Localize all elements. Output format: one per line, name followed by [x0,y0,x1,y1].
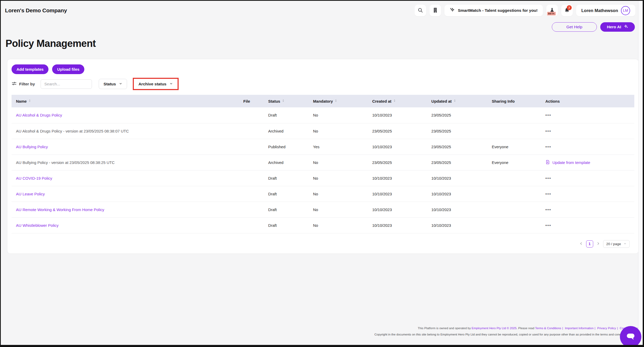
sparkle-icon [450,7,455,14]
scrollbar[interactable] [638,1,643,345]
status-cell: Draft [264,186,309,202]
hero-ai-button[interactable]: Hero AI [600,22,635,32]
column-header-created-at[interactable]: Created at [368,95,427,107]
policy-name-link[interactable]: AU COVID-19 Policy [16,176,52,180]
updated-at-cell: 23/05/2025 [427,155,487,170]
labs-button[interactable]: BETA [546,5,558,16]
important-info-link[interactable]: Important Information [565,327,593,330]
column-header-name[interactable]: Name [12,95,239,107]
organisation-button[interactable] [430,5,441,16]
policy-name-link[interactable]: AU Leave Policy [16,192,45,196]
add-templates-button[interactable]: Add templates [12,64,48,74]
company-link[interactable]: Employment Hero Pty Ltd © 2025 [472,327,516,330]
pagination: 1 20 / page [12,240,634,248]
avatar: LM [621,6,630,15]
chat-launcher-button[interactable] [620,326,641,347]
table-row: AU Remote Working & Working From Home Po… [12,202,634,217]
sharing-info-cell [487,123,541,139]
document-upload-icon [545,160,550,165]
file-cell [239,217,264,233]
table-row: AU Bullying Policy - version at 23/05/20… [12,155,634,170]
user-menu-button[interactable]: Loren Mathewson LM [576,5,635,16]
row-actions-menu-button[interactable]: ••• [545,145,551,149]
table-row: AU Bullying Policy Published Yes 10/10/2… [12,139,634,155]
file-cell [239,107,264,123]
row-actions-menu-button[interactable]: ••• [545,207,551,212]
column-header-file: File [239,95,264,107]
mandatory-cell: No [309,217,368,233]
policy-name-link[interactable]: AU Bullying Policy [16,145,48,149]
get-help-button[interactable]: Get Help [552,22,597,32]
policy-name-link[interactable]: AU Alcohol & Drugs Policy [16,113,62,117]
file-cell [239,139,264,155]
privacy-policy-link[interactable]: Privacy Policy [597,327,616,330]
table-row: AU Whistleblower Policy Draft No 10/10/2… [12,217,634,233]
column-header-mandatory[interactable]: Mandatory [309,95,368,107]
search-icon [417,7,423,14]
building-icon [432,7,438,14]
policy-name-link[interactable]: AU Remote Working & Working From Home Po… [16,207,104,212]
topbar-actions: SmartMatch - Talent suggestions for you!… [415,5,635,16]
chat-bubble-icon [625,331,636,343]
terms-link[interactable]: Terms & Conditions [535,327,561,330]
notifications-button[interactable]: 7 [561,5,573,16]
updated-at-cell: 10/10/2023 [427,217,487,233]
column-header-updated-at[interactable]: Updated at [427,95,487,107]
filter-by-label: Filter by [19,82,35,86]
column-header-actions: Actions [541,95,634,107]
status-dropdown-label: Status [103,82,116,86]
policy-name-text: AU Bullying Policy - version at 23/05/20… [16,160,115,165]
row-actions-menu-button[interactable]: ••• [545,176,551,180]
help-row: Get Help Hero AI [552,22,635,32]
filter-by: Filter by [12,81,35,87]
chevron-down-icon [169,82,173,86]
policy-name-link[interactable]: AU Whistleblower Policy [16,223,59,228]
next-page-button[interactable] [596,242,600,246]
search-button[interactable] [415,5,426,16]
policy-card: Add templates Upload files Filter by Sta… [7,59,639,254]
user-name: Loren Mathewson [581,8,618,13]
status-cell: Draft [264,170,309,186]
created-at-cell: 10/10/2023 [368,186,427,202]
row-actions-menu-button[interactable]: ••• [545,192,551,196]
archive-status-dropdown[interactable]: Archive status [134,79,178,89]
table-row: AU Alcohol & Drugs Policy - version at 2… [12,123,634,139]
sharing-info-cell [487,170,541,186]
table-row: AU Alcohol & Drugs Policy Draft No 10/10… [12,107,634,123]
page-size-select[interactable]: 20 / page [603,240,630,248]
toolbar: Add templates Upload files [12,64,634,74]
update-from-template-link[interactable]: Update from template [545,160,590,165]
updated-at-cell: 23/05/2025 [427,123,487,139]
updated-at-cell: 10/10/2023 [427,170,487,186]
footer-line1: This Platform is owned and operated by E… [375,325,638,331]
sort-icon [28,99,32,103]
upload-files-button[interactable]: Upload files [52,64,84,74]
previous-page-button[interactable] [579,242,583,246]
table-header-row: Name File Status Mandatory Created at Up… [12,95,634,107]
beta-badge: BETA [547,12,556,15]
chevron-left-icon [579,242,583,246]
created-at-cell: 10/10/2023 [368,217,427,233]
mandatory-cell: No [309,155,368,170]
column-header-status[interactable]: Status [264,95,309,107]
annotation-highlight: Archive status [133,78,179,90]
row-actions-menu-button[interactable]: ••• [545,223,551,228]
page-title: Policy Management [5,38,96,49]
row-actions-menu-button[interactable]: ••• [545,129,551,133]
file-cell [239,123,264,139]
smartmatch-banner-button[interactable]: SmartMatch - Talent suggestions for you! [444,5,543,16]
filters-row: Filter by Status Archive status [12,78,634,90]
search-input[interactable] [41,79,92,89]
created-at-cell: 23/05/2025 [368,123,427,139]
updated-at-cell: 10/10/2023 [427,202,487,217]
status-cell: Published [264,139,309,155]
file-cell [239,186,264,202]
column-header-sharing-info: Sharing Info [487,95,541,107]
page-number-button[interactable]: 1 [586,240,593,247]
file-cell [239,202,264,217]
status-dropdown[interactable]: Status [99,79,127,89]
table-row: AU COVID-19 Policy Draft No 10/10/2023 1… [12,170,634,186]
row-actions-menu-button[interactable]: ••• [545,113,551,117]
status-cell: Archived [264,123,309,139]
sharing-info-cell [487,186,541,202]
